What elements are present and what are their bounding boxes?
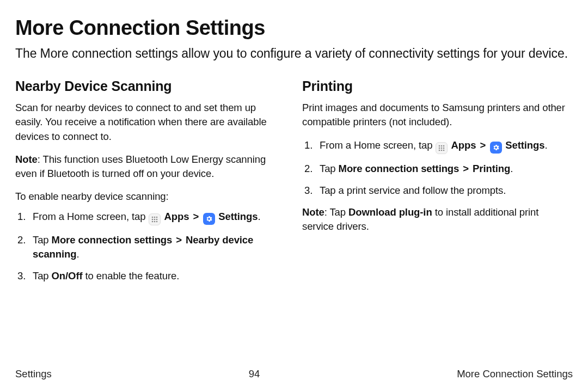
note-body: : This function uses Bluetooth Low Energ… xyxy=(15,154,266,179)
svg-point-4 xyxy=(154,218,156,220)
column-nearby-device-scanning: Nearby Device Scanning Scan for nearby d… xyxy=(15,78,286,291)
settings-label: Settings xyxy=(505,139,544,151)
grid-icon xyxy=(151,216,158,223)
printing-step-3: Tap a print service and follow the promp… xyxy=(302,183,573,198)
nearby-description: Scan for nearby devices to connect to an… xyxy=(15,101,286,144)
period: . xyxy=(258,211,260,222)
note-bold: Download plug-in xyxy=(348,206,432,218)
section-heading-nearby: Nearby Device Scanning xyxy=(15,78,286,94)
manual-page: More Connection Settings The More connec… xyxy=(0,0,588,392)
nearby-lead: To enable nearby device scanning: xyxy=(15,189,286,204)
apps-label: Apps xyxy=(164,211,189,222)
svg-point-1 xyxy=(154,216,156,218)
svg-point-7 xyxy=(154,220,156,222)
nearby-steps: From a Home screen, tap Apps > xyxy=(15,210,286,284)
printing-steps: From a Home screen, tap Apps > xyxy=(302,138,573,198)
svg-point-17 xyxy=(443,149,445,151)
period: . xyxy=(544,139,547,151)
settings-icon xyxy=(490,142,502,154)
section-heading-printing: Printing xyxy=(302,78,573,94)
svg-point-9 xyxy=(439,145,440,146)
svg-point-14 xyxy=(443,147,445,149)
svg-point-12 xyxy=(439,147,440,149)
chevron-icon: > xyxy=(480,139,486,151)
bold-text: Printing xyxy=(473,163,510,174)
footer-page-number: 94 xyxy=(249,368,260,380)
page-footer: Settings 94 More Connection Settings xyxy=(15,368,573,380)
two-column-layout: Nearby Device Scanning Scan for nearby d… xyxy=(15,78,573,291)
apps-icon xyxy=(149,213,161,225)
step-text: From a Home screen, tap xyxy=(320,139,435,151)
bold-text: More connection settings xyxy=(339,163,460,174)
step-text: From a Home screen, tap xyxy=(33,211,148,222)
footer-left: Settings xyxy=(15,368,52,380)
column-printing: Printing Print images and documents to S… xyxy=(302,78,573,291)
intro-text: The More connection settings allow you t… xyxy=(15,45,573,62)
page-title: More Connection Settings xyxy=(15,16,573,40)
svg-point-8 xyxy=(156,220,158,222)
svg-point-6 xyxy=(152,220,154,222)
bold-text: On/Off xyxy=(52,270,83,281)
svg-point-2 xyxy=(156,216,158,218)
printing-step-2: Tap More connection settings > Printing. xyxy=(302,162,573,176)
step-text: Tap xyxy=(320,163,339,174)
period: . xyxy=(510,163,513,174)
svg-point-5 xyxy=(156,218,158,220)
step-text: Tap xyxy=(33,234,52,246)
svg-point-3 xyxy=(152,218,154,220)
step-text: Tap xyxy=(33,270,52,281)
note-label: Note xyxy=(302,206,324,218)
svg-point-15 xyxy=(439,149,440,151)
svg-point-0 xyxy=(152,216,154,218)
step-text-post: to enable the feature. xyxy=(83,270,180,281)
svg-point-16 xyxy=(441,149,443,151)
nearby-step-3: Tap On/Off to enable the feature. xyxy=(15,269,286,283)
apps-icon xyxy=(436,142,448,154)
nearby-note: Note: This function uses Bluetooth Low E… xyxy=(15,152,286,181)
svg-point-13 xyxy=(441,147,443,149)
gear-icon xyxy=(205,215,213,223)
settings-icon xyxy=(203,213,215,225)
period: . xyxy=(76,248,79,260)
printing-note: Note: Tap Download plug-in to install ad… xyxy=(302,205,573,234)
svg-point-10 xyxy=(441,145,443,146)
nearby-step-2: Tap More connection settings > Nearby de… xyxy=(15,233,286,262)
note-label: Note xyxy=(15,154,38,165)
apps-label: Apps xyxy=(451,139,476,151)
grid-icon xyxy=(438,145,445,151)
bold-text: More connection settings xyxy=(52,234,173,246)
chevron-icon: > xyxy=(463,163,469,174)
gear-icon xyxy=(492,144,500,151)
chevron-icon: > xyxy=(176,234,182,246)
note-mid1: : Tap xyxy=(324,206,348,218)
svg-point-11 xyxy=(443,145,445,146)
nearby-step-1: From a Home screen, tap Apps > xyxy=(15,210,286,225)
printing-description: Print images and documents to Samsung pr… xyxy=(302,101,573,130)
footer-right: More Connection Settings xyxy=(457,368,573,380)
printing-step-1: From a Home screen, tap Apps > xyxy=(302,138,573,154)
chevron-icon: > xyxy=(193,211,199,222)
settings-label: Settings xyxy=(218,211,258,222)
